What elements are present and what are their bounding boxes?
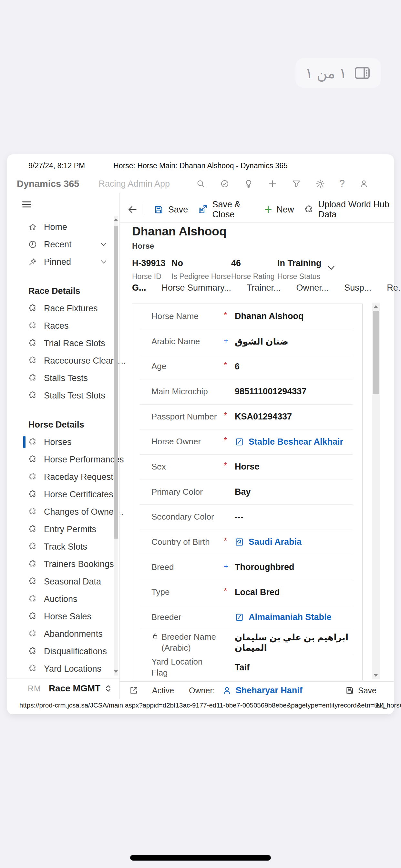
field-value[interactable]: 985111001294337	[235, 386, 354, 397]
scroll-down-arrow-icon[interactable]	[374, 674, 378, 677]
field-row-secondary-color[interactable]: Secondary Color---	[132, 504, 362, 530]
sidebar-item-disqualifications[interactable]: Disqualifications	[7, 643, 112, 660]
field-row-main-microchip[interactable]: Main Microchip985111001294337	[132, 379, 362, 404]
upload-world-hub-data-label: Upload World Hub Data	[318, 199, 394, 220]
plus-icon[interactable]	[268, 179, 277, 189]
sidebar-item-stalls-tests[interactable]: Stalls Tests	[7, 369, 112, 387]
tab-susp[interactable]: Susp...	[344, 283, 371, 293]
scroll-up-arrow-icon[interactable]	[374, 305, 378, 308]
upload-world-hub-data-button[interactable]: Upload World Hub Data	[304, 199, 394, 220]
field-value[interactable]: KSA01294337	[235, 412, 354, 422]
field-value[interactable]: ---	[235, 512, 354, 522]
sidebar-item-pinned[interactable]: Pinned	[7, 253, 112, 271]
sidebar-item-stalls-test-slots[interactable]: Stalls Test Slots	[7, 387, 112, 404]
sidebar-item-track-slots[interactable]: Track Slots	[7, 538, 112, 555]
sidebar-item-racecourse-cleara[interactable]: Racecourse Cleara...	[7, 352, 112, 369]
footer-save-button[interactable]: Save	[345, 686, 376, 695]
header-expand-chevron-icon[interactable]	[326, 262, 337, 273]
field-row-horse-name[interactable]: Horse Name*Dhanan Alshooq	[132, 304, 362, 329]
sidebar-item-abandonments[interactable]: Abandonments	[7, 625, 112, 643]
scroll-down-arrow-icon[interactable]	[114, 671, 118, 673]
task-check-icon[interactable]	[220, 179, 229, 189]
lightbulb-icon[interactable]	[244, 179, 253, 189]
field-value[interactable]: Bay	[235, 487, 354, 497]
back-button[interactable]	[127, 204, 138, 215]
scroll-up-arrow-icon[interactable]	[114, 218, 118, 221]
save-button[interactable]: Save	[154, 205, 188, 215]
field-row-breeder-name-arabic[interactable]: Breeder Name (Arabic)ابراهيم بن علي بن س…	[132, 630, 362, 655]
filter-icon[interactable]	[291, 179, 301, 189]
field-row-sex[interactable]: Sex*Horse	[132, 454, 362, 479]
field-row-breed[interactable]: Breed+Thoroughbred	[132, 555, 362, 580]
field-value[interactable]: Taif	[235, 662, 354, 673]
field-value[interactable]: ابراهيم بن علي بن سليمان الميمان	[235, 632, 354, 653]
sidebar-section-horse-details: Horse Details	[7, 416, 112, 433]
sidebar-item-home[interactable]: Home	[7, 218, 112, 236]
sidebar-item-label: Horses	[44, 437, 72, 447]
sidebar-item-horse-performances[interactable]: Horse Performances	[7, 451, 112, 468]
header-field-horse-id[interactable]: H-39913Horse ID	[132, 258, 172, 281]
field-value[interactable]: Thoroughbred	[235, 562, 354, 572]
field-row-primary-color[interactable]: Primary ColorBay	[132, 479, 362, 505]
sidebar-item-horse-certificates[interactable]: Horse Certificates	[7, 486, 112, 503]
sidebar-item-changes-of-owner[interactable]: Changes of Owner...	[7, 503, 112, 521]
page-indicator[interactable]: ١ من ١	[296, 58, 381, 88]
field-value[interactable]: Horse	[235, 462, 354, 472]
person-icon[interactable]	[359, 179, 369, 189]
search-icon[interactable]	[196, 179, 206, 189]
sidebar-scrollbar[interactable]	[114, 216, 118, 676]
sidebar-scrollbar-thumb[interactable]	[114, 226, 118, 538]
sidebar-item-horses[interactable]: Horses	[7, 433, 112, 451]
sidebar-item-trial-race-slots[interactable]: Trial Race Slots	[7, 335, 112, 352]
header-field-horse-rating[interactable]: 46Horse Rating	[231, 258, 277, 281]
sidebar-item-seasonal-data[interactable]: Seasonal Data	[7, 573, 112, 590]
popout-icon[interactable]	[129, 686, 138, 695]
field-row-breeder[interactable]: BreederAlmaimaniah Stable	[132, 605, 362, 630]
field-value[interactable]: Saudi Arabia	[235, 537, 354, 547]
sidebar-item-yard-locations[interactable]: Yard Locations	[7, 660, 112, 678]
header-field-is-pedigree-horse[interactable]: NoIs Pedigree Horse	[172, 258, 231, 281]
field-row-arabic-name[interactable]: Arabic Name+ضنان الشوق	[132, 329, 362, 354]
sidebar-item-entry-permits[interactable]: Entry Permits	[7, 521, 112, 538]
tab-trainer[interactable]: Trainer...	[247, 283, 281, 293]
sidebar-item-trainers-bookings[interactable]: Trainers Bookings	[7, 555, 112, 573]
tab-re[interactable]: Re...	[387, 283, 401, 293]
sidebar-item-races[interactable]: Races	[7, 317, 112, 335]
save-and-close-button[interactable]: Save & Close	[197, 199, 255, 220]
form-scrollbar[interactable]	[372, 303, 380, 679]
sidebar-item-recent[interactable]: Recent	[7, 236, 112, 253]
gear-icon[interactable]	[315, 179, 325, 189]
field-value[interactable]: Dhanan Alshooq	[235, 311, 354, 321]
sidebar-item-auctions[interactable]: Auctions	[7, 590, 112, 608]
new-button[interactable]: + New	[265, 205, 294, 215]
tab-horse-summary[interactable]: Horse Summary...	[162, 283, 232, 293]
help-icon[interactable]: ?	[339, 178, 345, 190]
field-row-horse-owner[interactable]: Horse Owner*Stable Beshear Alkhair	[132, 429, 362, 454]
field-value[interactable]: Local Bred	[235, 587, 354, 597]
field-row-type[interactable]: Type*Local Bred	[132, 580, 362, 605]
home-indicator[interactable]	[130, 855, 271, 861]
form-scrollbar-thumb[interactable]	[373, 311, 379, 394]
sidebar-item-raceday-requests[interactable]: Raceday Requests	[7, 468, 112, 486]
field-value[interactable]: Almaimaniah Stable	[235, 612, 354, 622]
field-row-country-of-birth[interactable]: Country of Birth*Saudi Arabia	[132, 530, 362, 555]
field-row-age[interactable]: Age*6	[132, 354, 362, 379]
field-row-passport-number[interactable]: Passport Number*KSA01294337	[132, 404, 362, 430]
menu-toggle-button[interactable]	[21, 198, 33, 211]
area-switcher[interactable]: RM Race MGMT	[7, 678, 120, 699]
field-value[interactable]: ضنان الشوق	[235, 337, 354, 347]
field-row-yard-location-flag[interactable]: Yard Location FlagTaif	[132, 655, 362, 680]
sidebar-item-label: Seasonal Data	[44, 577, 101, 587]
header-field-horse-status[interactable]: In TrainingHorse Status	[277, 258, 329, 281]
dynamics-365-logo[interactable]: Dynamics 365	[17, 179, 79, 189]
app-name[interactable]: Racing Admin App	[98, 179, 170, 189]
tab-g[interactable]: G...	[132, 283, 146, 293]
entity-icon	[28, 664, 37, 674]
field-value[interactable]: 6	[235, 362, 354, 372]
sidebar-item-horse-sales[interactable]: Horse Sales	[7, 608, 112, 625]
field-value[interactable]: Stable Beshear Alkhair	[235, 437, 354, 447]
sidebar-item-race-fixtures[interactable]: Race Fixtures	[7, 300, 112, 317]
tab-owner[interactable]: Owner...	[297, 283, 329, 293]
entity-icon	[28, 338, 37, 348]
owner-link[interactable]: Sheharyar Hanif	[222, 686, 303, 695]
